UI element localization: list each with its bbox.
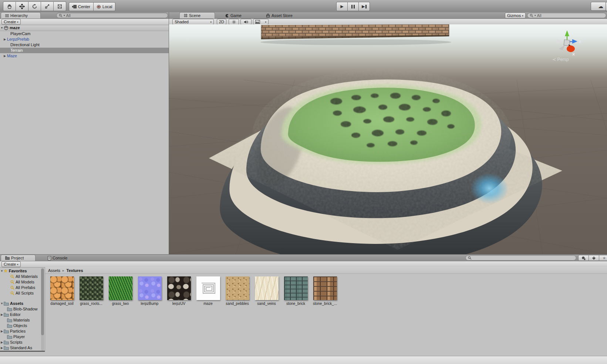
sun-icon bbox=[232, 20, 236, 24]
projection-toggle[interactable]: ≺ Persp bbox=[552, 57, 569, 62]
folder-textures-selected[interactable]: Textures bbox=[0, 351, 45, 352]
asset-lerpzbump[interactable]: lerpzBump bbox=[135, 276, 164, 306]
folder-standard-assets[interactable]: ▶ Standard As bbox=[0, 345, 45, 351]
project-create-button[interactable]: Create ▾ bbox=[1, 261, 21, 267]
asset-sand-pebbles[interactable]: sand_pebbles bbox=[223, 276, 252, 306]
folder-column-scrollbar[interactable] bbox=[41, 268, 44, 351]
scene-name: maze bbox=[10, 25, 20, 31]
foldout-closed-icon: ▶ bbox=[0, 312, 4, 317]
rect-tool-button[interactable] bbox=[54, 1, 66, 11]
search-by-label-button[interactable] bbox=[589, 255, 599, 261]
rotate-tool-button[interactable] bbox=[28, 1, 41, 11]
account-button-partial[interactable] bbox=[606, 2, 607, 11]
search-favorite-icon bbox=[10, 280, 14, 284]
asset-grass-two[interactable]: grass_two bbox=[106, 276, 135, 306]
2d-toggle-button[interactable]: 2D bbox=[217, 19, 226, 25]
asset-maze[interactable]: maze bbox=[193, 276, 223, 306]
folder-particles[interactable]: ▶ Particles bbox=[0, 329, 45, 334]
gizmos-dropdown[interactable]: Gizmos ▾ bbox=[505, 13, 526, 18]
texture-thumbnail bbox=[138, 276, 162, 300]
breadcrumb-root[interactable]: Assets bbox=[48, 268, 60, 273]
pivot-space-group: Center Local bbox=[69, 2, 115, 11]
draw-mode-dropdown[interactable]: Shaded ▾ bbox=[172, 19, 214, 25]
project-status-bar bbox=[0, 356, 607, 364]
tab-console[interactable]: Console bbox=[44, 255, 71, 261]
scene-lighting-toggle[interactable] bbox=[229, 19, 239, 25]
hierarchy-search-value: All bbox=[66, 13, 71, 18]
hierarchy-item-maze[interactable]: ▶ Maze bbox=[0, 53, 169, 59]
scene-viewport[interactable]: y z x ≺ Persp bbox=[169, 24, 607, 254]
saved-search-star-button[interactable]: ★ bbox=[599, 255, 607, 261]
folder-scripts[interactable]: ▶ Scripts bbox=[0, 340, 45, 345]
play-button[interactable]: ▶ bbox=[336, 2, 348, 11]
favorites-item-all-materials[interactable]: All Materials bbox=[0, 274, 45, 279]
breadcrumb-current[interactable]: Textures bbox=[67, 268, 83, 273]
folder-objects[interactable]: Objects bbox=[0, 323, 45, 329]
tab-project[interactable]: Project bbox=[1, 255, 36, 261]
asset-sand-veins[interactable]: sand_veins bbox=[252, 276, 281, 306]
texture-thumbnail bbox=[109, 276, 132, 300]
tab-game[interactable]: Game bbox=[221, 13, 246, 18]
scene-search-input[interactable]: ▾ All bbox=[527, 13, 606, 18]
pause-button[interactable] bbox=[348, 2, 359, 11]
hand-tool-button[interactable] bbox=[3, 1, 16, 11]
texture-thumbnail bbox=[80, 276, 103, 300]
texture-thumbnail bbox=[284, 276, 308, 300]
hierarchy-create-button[interactable]: Create ▾ bbox=[1, 19, 21, 25]
scene-search-value: All bbox=[537, 13, 542, 18]
asset-damaged-soil[interactable]: damaged_soil bbox=[47, 276, 77, 306]
axis-gizmo-graphic: y z x bbox=[550, 25, 583, 57]
foldout-open-icon: ▼ bbox=[0, 25, 4, 31]
chevron-down-icon: ▾ bbox=[17, 263, 18, 266]
foldout-closed-icon: ▶ bbox=[3, 37, 7, 42]
search-by-type-icon bbox=[581, 256, 586, 260]
label-tag-icon bbox=[592, 256, 596, 260]
foldout-closed-icon: ▶ bbox=[0, 345, 4, 351]
folder-editor[interactable]: ▶ Editor bbox=[0, 312, 45, 317]
scene-effects-dropdown[interactable]: ▾ bbox=[253, 19, 269, 25]
move-icon bbox=[19, 4, 25, 9]
move-tool-button[interactable] bbox=[16, 1, 28, 11]
assets-root-row[interactable]: ▼ Assets bbox=[0, 301, 45, 306]
tab-hierarchy[interactable]: Hierarchy bbox=[1, 12, 41, 18]
asset-lerpzuv[interactable]: lerpzUV bbox=[164, 276, 193, 306]
favorites-item-all-models[interactable]: All Models bbox=[0, 279, 45, 285]
search-filter-chevron-icon: ▾ bbox=[64, 14, 65, 17]
space-toggle-button[interactable]: Local bbox=[94, 2, 115, 11]
hierarchy-item-directional-light[interactable]: Directional Light bbox=[0, 42, 169, 48]
hierarchy-item-playercam[interactable]: PlayerCam bbox=[0, 31, 169, 37]
hand-icon bbox=[7, 4, 12, 9]
hierarchy-search-input[interactable]: ▾ All bbox=[56, 13, 168, 18]
search-by-type-button[interactable] bbox=[578, 255, 589, 261]
orientation-gizmo[interactable]: y z x ≺ Persp bbox=[550, 25, 583, 66]
asset-grass-roots[interactable]: grass_roots... bbox=[77, 276, 106, 306]
folder-materials[interactable]: Materials bbox=[0, 317, 45, 323]
scale-tool-button[interactable] bbox=[41, 1, 54, 11]
asset-stone-brick[interactable]: stone_brick bbox=[281, 276, 310, 306]
favorites-item-all-scripts[interactable]: All Scripts bbox=[0, 290, 45, 296]
chevron-down-icon: ▾ bbox=[265, 21, 267, 23]
project-search-input[interactable] bbox=[465, 255, 576, 261]
folder-icon bbox=[7, 307, 12, 311]
stone-wall bbox=[260, 24, 451, 45]
favorites-header[interactable]: ▼ ★ Favorites bbox=[0, 268, 45, 274]
hierarchy-toolbar: Create ▾ ▾ All bbox=[0, 19, 169, 25]
scene-header-row[interactable]: ▼ maze bbox=[0, 25, 169, 31]
scene-audio-toggle[interactable] bbox=[240, 19, 252, 25]
cloud-services-button[interactable]: ☁ bbox=[591, 2, 607, 11]
hierarchy-item-lerpzprefab[interactable]: ▶ LerpzPrefab bbox=[0, 37, 169, 42]
folder-blob-shadow[interactable]: Blob-Shadow bbox=[0, 306, 45, 312]
texture-thumbnail bbox=[167, 276, 191, 300]
asset-stone-brick-2[interactable]: stone_brick_... bbox=[310, 276, 340, 306]
console-icon bbox=[48, 256, 51, 260]
pivot-toggle-button[interactable]: Center bbox=[69, 2, 94, 11]
tab-asset-store[interactable]: Asset Store bbox=[262, 13, 297, 18]
hierarchy-item-terrain-selected[interactable]: Terrain bbox=[0, 48, 169, 53]
grid-icon bbox=[184, 14, 188, 17]
pause-icon bbox=[351, 5, 355, 8]
step-button[interactable]: ▶ bbox=[359, 2, 370, 11]
favorites-item-all-prefabs[interactable]: All Prefabs bbox=[0, 285, 45, 290]
tab-scene[interactable]: Scene bbox=[179, 12, 215, 18]
project-toolbar: Create ▾ ★ bbox=[0, 261, 607, 268]
folder-player[interactable]: Player bbox=[0, 334, 45, 340]
